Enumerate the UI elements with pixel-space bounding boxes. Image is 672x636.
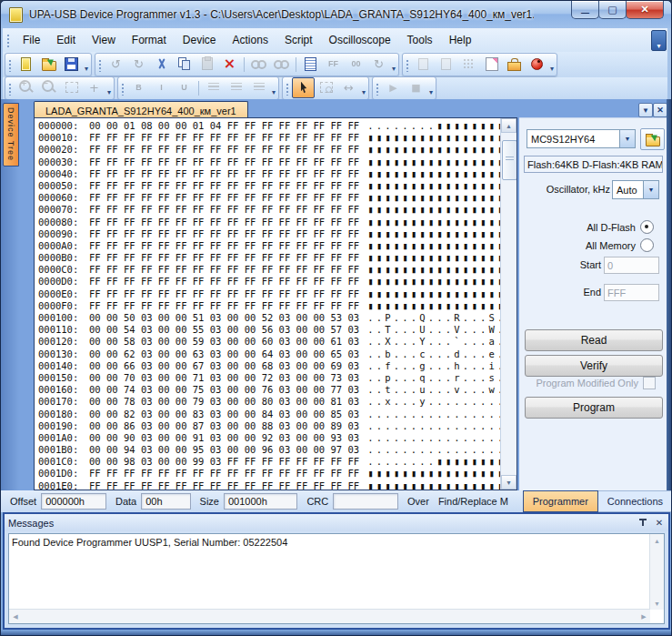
program-button[interactable]: Program bbox=[525, 397, 663, 419]
menu-overflow-button[interactable] bbox=[651, 30, 667, 51]
hex-ascii[interactable]: ................ bbox=[367, 409, 500, 420]
hex-bytes[interactable]: FF FF FF FF FF FF FF FF FF FF FF FF FF F… bbox=[89, 252, 359, 264]
all-memory-option[interactable]: All Memory bbox=[586, 238, 654, 252]
hex-ascii[interactable]: ▮▮▮▮▮▮▮▮▮▮▮▮▮▮▮▮ bbox=[367, 300, 500, 312]
tab-close-button[interactable] bbox=[653, 103, 667, 117]
hex-bytes[interactable]: FF FF FF FF FF FF FF FF FF FF FF FF FF F… bbox=[89, 132, 359, 144]
toolbar-grip[interactable] bbox=[98, 59, 102, 72]
hex-bytes[interactable]: 00 00 94 03 00 00 95 03 00 00 96 03 00 0… bbox=[89, 444, 359, 456]
offset-field[interactable]: 000000h bbox=[41, 493, 106, 510]
hex-ascii[interactable]: ▮▮▮▮▮▮▮▮▮▮▮▮▮▮▮▮ bbox=[367, 180, 500, 192]
hex-rows[interactable]: 000000:00 00 01 08 00 00 01 04 FF FF FF … bbox=[38, 120, 500, 490]
hex-ascii[interactable]: ▮▮▮▮▮▮▮▮▮▮▮▮▮▮▮▮ bbox=[367, 217, 500, 228]
radio-selected-icon[interactable] bbox=[640, 220, 654, 234]
menu-script[interactable]: Script bbox=[276, 30, 321, 50]
toolbar-overflow-icon[interactable]: ▾ bbox=[107, 88, 111, 98]
hex-bytes[interactable]: 00 00 74 03 00 00 75 03 00 00 76 03 00 0… bbox=[89, 384, 359, 396]
toolbar-overflow-icon[interactable]: ▾ bbox=[392, 65, 396, 75]
hex-bytes[interactable]: FF FF FF FF FF FF FF FF FF FF FF FF FF F… bbox=[89, 204, 359, 216]
scroll-left-icon[interactable] bbox=[9, 610, 22, 623]
radio-unselected-icon[interactable] bbox=[640, 238, 654, 252]
menu-view[interactable]: View bbox=[84, 30, 124, 50]
menu-format[interactable]: Format bbox=[124, 30, 175, 50]
hex-bytes[interactable]: FF FF FF FF FF FF FF FF FF FF FF FF FF F… bbox=[89, 156, 359, 168]
menu-help[interactable]: Help bbox=[441, 30, 480, 50]
hex-ascii[interactable]: ..T...U...V...W. bbox=[367, 324, 500, 336]
cut-button[interactable] bbox=[150, 54, 173, 75]
tab-list-dropdown-button[interactable] bbox=[638, 103, 653, 117]
toolbar-grip[interactable] bbox=[376, 83, 379, 96]
data-field[interactable]: 00h bbox=[141, 493, 190, 510]
device-tree-tab[interactable]: Device Tree bbox=[3, 103, 19, 167]
hex-ascii[interactable]: ................ bbox=[367, 432, 500, 444]
hex-ascii[interactable]: ▮▮▮▮▮▮▮▮▮▮▮▮▮▮▮▮ bbox=[367, 144, 500, 156]
hex-ascii[interactable]: ..x...y......... bbox=[367, 396, 500, 408]
hex-ascii[interactable]: ..f...g...h...i. bbox=[367, 360, 500, 372]
hex-bytes[interactable]: FF FF FF FF FF FF FF FF FF FF FF FF FF F… bbox=[89, 300, 359, 312]
hex-ascii[interactable]: ▮▮▮▮▮▮▮▮▮▮▮▮▮▮▮▮ bbox=[367, 168, 500, 180]
load-file-button[interactable] bbox=[640, 128, 665, 150]
debug-button[interactable] bbox=[526, 54, 548, 75]
hex-bytes[interactable]: 00 00 01 08 00 00 01 04 FF FF FF FF FF F… bbox=[89, 120, 359, 132]
hex-ascii[interactable]: ▮▮▮▮▮▮▮▮▮▮▮▮▮▮▮▮ bbox=[367, 480, 500, 490]
oscillator-select[interactable]: Auto bbox=[612, 180, 659, 199]
toolbar-overflow-icon[interactable]: ▾ bbox=[272, 88, 276, 98]
hex-bytes[interactable]: FF FF FF FF FF FF FF FF FF FF FF FF FF F… bbox=[89, 228, 359, 240]
pin-icon[interactable] bbox=[637, 518, 648, 529]
hex-bytes[interactable]: FF FF FF FF FF FF FF FF FF FF FF FF FF F… bbox=[89, 480, 359, 490]
menu-grip[interactable] bbox=[6, 34, 10, 47]
hex-bytes[interactable]: 00 00 54 03 00 00 55 03 00 00 56 03 00 0… bbox=[89, 324, 359, 336]
hex-ascii[interactable]: ..p...q...r...s. bbox=[367, 372, 500, 384]
menu-oscilloscope[interactable]: Oscilloscope bbox=[321, 30, 399, 50]
select-cursor-button[interactable] bbox=[292, 77, 315, 98]
hex-bytes[interactable]: FF FF FF FF FF FF FF FF FF FF FF FF FF F… bbox=[89, 217, 359, 228]
chevron-down-icon[interactable] bbox=[643, 181, 658, 198]
hex-ascii[interactable]: ▮▮▮▮▮▮▮▮▮▮▮▮▮▮▮▮ bbox=[367, 276, 500, 288]
menu-edit[interactable]: Edit bbox=[48, 30, 84, 50]
copy-button[interactable] bbox=[173, 54, 196, 75]
hex-bytes[interactable]: FF FF FF FF FF FF FF FF FF FF FF FF FF F… bbox=[89, 276, 359, 288]
show-as-text-button[interactable] bbox=[299, 54, 322, 75]
new-file-button[interactable] bbox=[15, 54, 37, 75]
toolbar-overflow-icon[interactable]: ▾ bbox=[362, 88, 366, 98]
hex-bytes[interactable]: 00 00 90 03 00 00 91 03 00 00 92 03 00 0… bbox=[89, 432, 359, 444]
hex-bytes[interactable]: 00 00 70 03 00 00 71 03 00 00 72 03 00 0… bbox=[89, 372, 359, 384]
hex-ascii[interactable]: ▮▮▮▮▮▮▮▮▮▮▮▮▮▮▮▮ bbox=[367, 252, 500, 264]
device-select[interactable]: MC9S12HY64 bbox=[527, 129, 636, 148]
hex-ascii[interactable]: ........▮▮▮▮▮▮▮▮ bbox=[367, 456, 500, 468]
hex-editor[interactable]: 000000:00 00 01 08 00 00 01 04 FF FF FF … bbox=[34, 117, 517, 490]
toolbar-overflow-icon[interactable]: ▾ bbox=[85, 65, 88, 75]
hex-ascii[interactable]: ..t...u...v...w. bbox=[367, 384, 500, 396]
menu-tools[interactable]: Tools bbox=[399, 30, 441, 50]
hex-vertical-scrollbar[interactable] bbox=[500, 118, 517, 490]
hex-bytes[interactable]: 00 00 98 03 00 00 99 03 FF FF FF FF FF F… bbox=[89, 456, 359, 468]
scroll-up-icon[interactable] bbox=[501, 118, 517, 133]
hex-bytes[interactable]: FF FF FF FF FF FF FF FF FF FF FF FF FF F… bbox=[89, 144, 359, 156]
hex-bytes[interactable]: 00 00 66 03 00 00 67 03 00 00 68 03 00 0… bbox=[89, 360, 359, 372]
scroll-down-icon[interactable] bbox=[650, 597, 664, 610]
save-file-button[interactable] bbox=[60, 54, 83, 75]
hex-bytes[interactable]: FF FF FF FF FF FF FF FF FF FF FF FF FF F… bbox=[89, 192, 359, 204]
hex-ascii[interactable]: ▮▮▮▮▮▮▮▮▮▮▮▮▮▮▮▮ bbox=[367, 192, 500, 204]
toolbar-grip[interactable] bbox=[121, 83, 125, 96]
document-tab[interactable]: LADA_GRANTA_S912HY64_400_км_ver1 bbox=[34, 101, 248, 119]
maximize-button[interactable] bbox=[598, 1, 627, 19]
minimize-button[interactable] bbox=[571, 1, 599, 19]
toolbar-overflow-icon[interactable]: ▾ bbox=[429, 88, 433, 98]
toolbar-overflow-icon[interactable]: ▾ bbox=[550, 65, 554, 75]
toolbar-grip[interactable] bbox=[8, 83, 12, 96]
hex-ascii[interactable]: ▮▮▮▮▮▮▮▮▮▮▮▮▮▮▮▮ bbox=[367, 228, 500, 240]
hex-ascii[interactable]: ................ bbox=[367, 420, 500, 432]
hex-bytes[interactable]: 00 00 78 03 00 00 79 03 00 00 80 03 00 0… bbox=[89, 396, 359, 408]
verify-button[interactable]: Verify bbox=[525, 355, 663, 377]
close-button[interactable] bbox=[626, 1, 664, 19]
options-button[interactable] bbox=[503, 54, 526, 75]
delete-button[interactable]: × bbox=[218, 54, 241, 75]
hex-ascii[interactable]: ▮▮▮▮▮▮▮▮▮▮▮▮▮▮▮▮ bbox=[367, 264, 500, 276]
open-file-button[interactable] bbox=[37, 54, 60, 75]
hex-ascii[interactable]: ▮▮▮▮▮▮▮▮▮▮▮▮▮▮▮▮ bbox=[367, 468, 500, 480]
crc-field[interactable] bbox=[333, 493, 398, 510]
chevron-down-icon[interactable] bbox=[619, 130, 635, 147]
hex-ascii[interactable]: ..b...c...d...e. bbox=[367, 348, 500, 360]
hex-bytes[interactable]: FF FF FF FF FF FF FF FF FF FF FF FF FF F… bbox=[89, 288, 359, 300]
